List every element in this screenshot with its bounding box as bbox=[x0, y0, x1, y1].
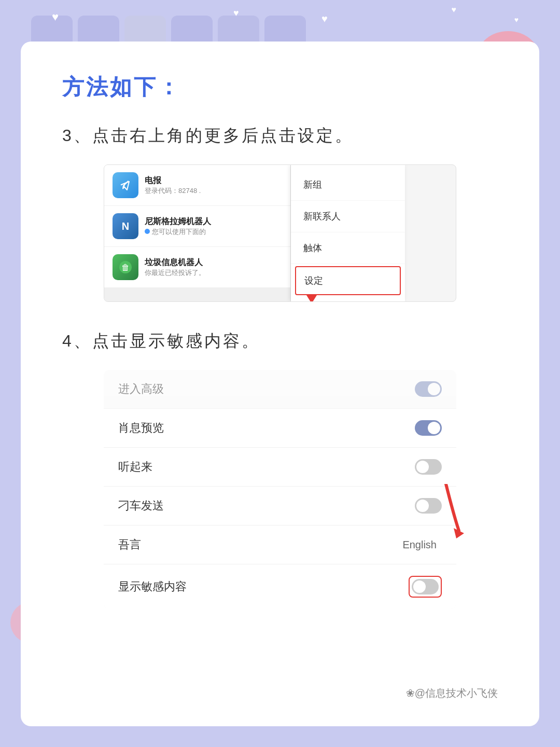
chat-list: 电报 登录代码：82748 . N 尼斯格拉姆机器人 您可以使用下面的 🗑 bbox=[104, 165, 291, 301]
nisge-avatar: N bbox=[113, 213, 138, 239]
menu-item-settings[interactable]: 设定 bbox=[295, 266, 401, 295]
menu-item-newgroup[interactable]: 新组 bbox=[291, 169, 405, 201]
trash-info: 垃圾信息机器人 你最近已经投诉了。 bbox=[145, 257, 282, 278]
heart-deco-2: ♥ bbox=[233, 8, 239, 19]
svg-text:🗑: 🗑 bbox=[121, 263, 130, 272]
settings-label-sound: 听起来 bbox=[118, 459, 152, 475]
settings-label-lang: 吾言 bbox=[118, 537, 141, 552]
toggle-advanced[interactable] bbox=[415, 381, 442, 397]
page-content: 方法如下： 3、点击右上角的更多后点击设定。 电报 登录代码：82748 . bbox=[21, 42, 539, 726]
section-title: 方法如下： bbox=[62, 73, 498, 102]
trash-avatar: 🗑 bbox=[113, 254, 138, 280]
trash-name: 垃圾信息机器人 bbox=[145, 257, 282, 268]
heart-deco-1: ♥ bbox=[52, 10, 59, 24]
settings-row-preview: 肖息预览 bbox=[104, 409, 456, 448]
red-arrow-icon bbox=[425, 484, 467, 546]
watermark: ❀@信息技术小飞侠 bbox=[406, 686, 498, 700]
menu-item-touch[interactable]: 触体 bbox=[291, 232, 405, 264]
chat-item-trash: 🗑 垃圾信息机器人 你最近已经投诉了。 bbox=[104, 247, 290, 288]
settings-row-sound: 听起来 bbox=[104, 448, 456, 487]
notebook-background: ♥ ♥ ♥ ♥ ♥ 方法如下： 3、点击右上角的更多后点击设定。 电报 bbox=[0, 0, 560, 747]
heart-deco-3: ♥ bbox=[321, 13, 328, 25]
step3-screenshot: 电报 登录代码：82748 . N 尼斯格拉姆机器人 您可以使用下面的 🗑 bbox=[104, 164, 456, 302]
menu-panel: 新组 新联系人 触体 设定 bbox=[291, 165, 405, 301]
telegram-desc: 登录代码：82748 . bbox=[145, 186, 282, 196]
settings-row-sensitive: 显示敏感内容 bbox=[104, 564, 456, 609]
chat-item-telegram: 电报 登录代码：82748 . bbox=[104, 165, 290, 206]
telegram-name: 电报 bbox=[145, 175, 282, 186]
chat-item-nisge: N 尼斯格拉姆机器人 您可以使用下面的 bbox=[104, 206, 290, 247]
step4-text: 4、点击显示敏感内容。 bbox=[62, 328, 498, 354]
telegram-avatar bbox=[113, 172, 138, 198]
settings-row-lang: 吾言 English bbox=[104, 525, 456, 564]
settings-panel: 进入高级 肖息预览 听起来 刁车发送 bbox=[104, 370, 456, 609]
heart-deco-5: ♥ bbox=[514, 16, 519, 24]
nisge-desc: 您可以使用下面的 bbox=[145, 227, 282, 237]
toggle-sensitive[interactable] bbox=[412, 579, 439, 594]
notebook-tabs bbox=[0, 0, 560, 47]
settings-row-send: 刁车发送 bbox=[104, 487, 456, 525]
nisge-name: 尼斯格拉姆机器人 bbox=[145, 216, 282, 227]
heart-deco-4: ♥ bbox=[452, 5, 457, 15]
toggle-sound[interactable] bbox=[415, 459, 442, 475]
svg-point-0 bbox=[118, 177, 133, 193]
step4-area: 进入高级 肖息预览 听起来 刁车发送 bbox=[62, 370, 498, 609]
settings-label-preview: 肖息预览 bbox=[118, 420, 164, 436]
menu-arrow bbox=[306, 295, 317, 302]
toggle-preview[interactable] bbox=[415, 420, 442, 436]
telegram-info: 电报 登录代码：82748 . bbox=[145, 175, 282, 196]
settings-label-send: 刁车发送 bbox=[118, 498, 164, 514]
menu-item-newcontact[interactable]: 新联系人 bbox=[291, 201, 405, 232]
nisge-info: 尼斯格拉姆机器人 您可以使用下面的 bbox=[145, 216, 282, 237]
trash-desc: 你最近已经投诉了。 bbox=[145, 268, 282, 278]
settings-label-advanced: 进入高级 bbox=[118, 381, 164, 397]
settings-row-advanced: 进入高级 bbox=[104, 370, 456, 409]
highlighted-toggle-wrapper bbox=[409, 576, 442, 598]
step3-text: 3、点击右上角的更多后点击设定。 bbox=[62, 122, 498, 149]
settings-label-sensitive: 显示敏感内容 bbox=[118, 579, 187, 594]
